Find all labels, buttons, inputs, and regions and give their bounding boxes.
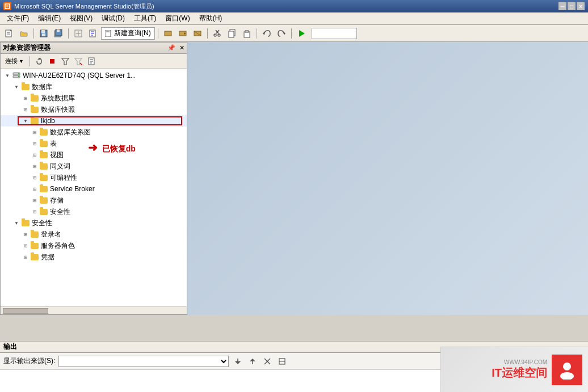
tree-toggle-lkjdb[interactable]: ▼ <box>21 116 30 125</box>
toolbar-btn8[interactable] <box>191 27 204 40</box>
toolbar-save-all-btn[interactable] <box>52 27 65 40</box>
tree-toggle-programmability[interactable]: ⊞ <box>30 173 39 182</box>
tree-item-lkjdb[interactable]: ▼ lkjdb <box>1 115 187 127</box>
tree-item-credentials[interactable]: ⊞ 凭据 <box>1 251 187 263</box>
tree-item-synonyms[interactable]: ⊞ 同义词 <box>1 161 187 172</box>
tree-toggle-databases[interactable]: ▼ <box>12 82 21 91</box>
tree-item-systemdbs[interactable]: ⊞ 系统数据库 <box>1 92 187 104</box>
tree-toggle-synonyms[interactable]: ⊞ <box>30 162 39 171</box>
tree-toggle-snapshots[interactable]: ⊞ <box>21 105 30 114</box>
tree-toggle-serverroles[interactable]: ⊞ <box>21 241 30 250</box>
oe-stop-btn[interactable] <box>47 56 58 67</box>
toolbar-btn5[interactable] <box>72 27 85 40</box>
oe-filter-btn[interactable] <box>60 56 71 67</box>
toolbar-new-btn[interactable] <box>2 27 16 40</box>
tree-item-dbdiagram[interactable]: ⊞ 数据库关系图 <box>1 127 187 138</box>
tree-item-serverroles[interactable]: ⊞ 服务器角色 <box>1 240 187 251</box>
output-btn1[interactable] <box>232 356 243 367</box>
toolbar-dropdown[interactable] <box>312 28 357 39</box>
tree-item-server[interactable]: ▼ WIN-AU2E62TD74Q (SQL Server 1 ... <box>1 70 187 81</box>
svg-rect-0 <box>5 4 10 9</box>
tree-toggle-security-db[interactable]: ⊞ <box>30 207 39 216</box>
toolbar-save-btn[interactable] <box>37 27 51 40</box>
toolbar-sep3 <box>158 28 158 39</box>
tree-item-storage[interactable]: ⊞ 存储 <box>1 195 187 206</box>
logins-folder-icon <box>30 230 39 239</box>
svg-point-59 <box>563 363 571 370</box>
menu-debug[interactable]: 调试(D) <box>97 12 129 24</box>
connect-dropdown-icon[interactable]: ▼ <box>19 58 24 64</box>
maximize-button[interactable]: □ <box>568 2 576 10</box>
hscroll-thumb[interactable] <box>3 308 48 314</box>
toolbar-btn7[interactable] <box>176 27 190 40</box>
security-db-folder-icon <box>39 207 48 216</box>
tree-item-logins[interactable]: ⊞ 登录名 <box>1 229 187 240</box>
tree-toggle-security[interactable]: ▼ <box>12 218 21 227</box>
toolbar-copy-btn[interactable] <box>225 27 239 40</box>
toolbar-sep6 <box>291 28 292 39</box>
tree-item-security-db[interactable]: ⊞ 安全性 <box>1 206 187 217</box>
tree-toggle-storage[interactable]: ⊞ <box>30 196 39 205</box>
output-btn2[interactable] <box>247 356 258 367</box>
toolbar-open-btn[interactable] <box>17 27 31 40</box>
tree-toggle-views[interactable]: ⊞ <box>30 150 39 159</box>
tree-toggle-dbdiagram[interactable]: ⊞ <box>30 128 39 137</box>
toolbar-sep5 <box>257 28 257 39</box>
tree-toggle-servicebroker[interactable]: ⊞ <box>30 184 39 193</box>
toolbar-redo-btn[interactable] <box>275 27 288 40</box>
toolbar-cut-btn[interactable] <box>211 27 224 40</box>
panel-close-icon[interactable]: ✕ <box>179 44 184 52</box>
toolbar-start-btn[interactable] <box>295 27 308 40</box>
menu-help[interactable]: 帮助(H) <box>195 12 227 24</box>
oe-report-btn[interactable] <box>86 56 97 67</box>
output-btn4[interactable] <box>276 356 288 367</box>
tree-item-views[interactable]: ⊞ 视图 <box>1 149 187 161</box>
tree-toggle-server[interactable]: ▼ <box>3 71 12 80</box>
watermark-url: WWW.94IP.COM <box>504 359 547 365</box>
svg-marker-53 <box>250 359 255 361</box>
output-btn3[interactable] <box>262 356 273 367</box>
tree-view[interactable]: ▼ WIN-AU2E62TD74Q (SQL Server 1 ... <box>1 69 187 306</box>
tree-item-tables[interactable]: ⊞ 表 <box>1 138 187 149</box>
oe-sep1 <box>30 56 30 66</box>
tree-toggle-logins[interactable]: ⊞ <box>21 230 30 239</box>
tree-item-security[interactable]: ▼ 安全性 <box>1 217 187 229</box>
menu-window[interactable]: 窗口(W) <box>161 12 194 24</box>
tree-item-programmability[interactable]: ⊞ 可编程性 <box>1 172 187 183</box>
panel-pin-icon[interactable]: 📌 <box>167 44 175 52</box>
snapshots-label: 数据库快照 <box>41 105 75 115</box>
lkjdb-folder-icon <box>30 116 39 125</box>
toolbar-btn6[interactable] <box>161 27 175 40</box>
oe-refresh-btn[interactable] <box>33 56 45 67</box>
close-button[interactable]: ✕ <box>577 2 585 10</box>
menu-file[interactable]: 文件(F) <box>2 12 33 24</box>
tree-toggle-credentials[interactable]: ⊞ <box>21 252 30 262</box>
svg-marker-36 <box>284 32 285 35</box>
svg-marker-37 <box>299 30 305 37</box>
svg-rect-8 <box>41 30 45 33</box>
tree-toggle-tables[interactable]: ⊞ <box>30 139 39 148</box>
output-source-dropdown[interactable] <box>58 356 229 367</box>
horizontal-scrollbar[interactable] <box>1 306 187 314</box>
servicebroker-label: Service Broker <box>50 185 95 193</box>
oe-clear-filter-btn[interactable] <box>73 56 84 67</box>
menu-tools[interactable]: 工具(T) <box>129 12 161 24</box>
minimize-button[interactable]: ─ <box>558 2 566 10</box>
svg-marker-40 <box>62 58 69 65</box>
tree-item-databases[interactable]: ▼ 数据库 <box>1 81 187 92</box>
toolbar-undo-btn[interactable] <box>260 27 274 40</box>
servicebroker-folder-icon <box>39 184 48 193</box>
toolbar-paste-btn[interactable] <box>240 27 254 40</box>
tree-toggle-systemdbs[interactable]: ⊞ <box>21 94 30 103</box>
new-query-button[interactable]: 新建查询(N) <box>101 27 155 40</box>
programmability-folder-icon <box>39 173 48 182</box>
new-query-icon[interactable] <box>86 27 100 40</box>
tree-item-snapshots[interactable]: ⊞ 数据库快照 <box>1 104 187 115</box>
svg-point-29 <box>214 34 216 36</box>
menu-view[interactable]: 视图(V) <box>65 12 97 24</box>
tree-item-servicebroker[interactable]: ⊞ Service Broker <box>1 183 187 195</box>
connect-button[interactable]: 连接 ▼ <box>3 56 26 66</box>
credentials-label: 凭据 <box>41 252 54 262</box>
serverroles-label: 服务器角色 <box>41 241 75 251</box>
menu-edit[interactable]: 编辑(E) <box>33 12 65 24</box>
